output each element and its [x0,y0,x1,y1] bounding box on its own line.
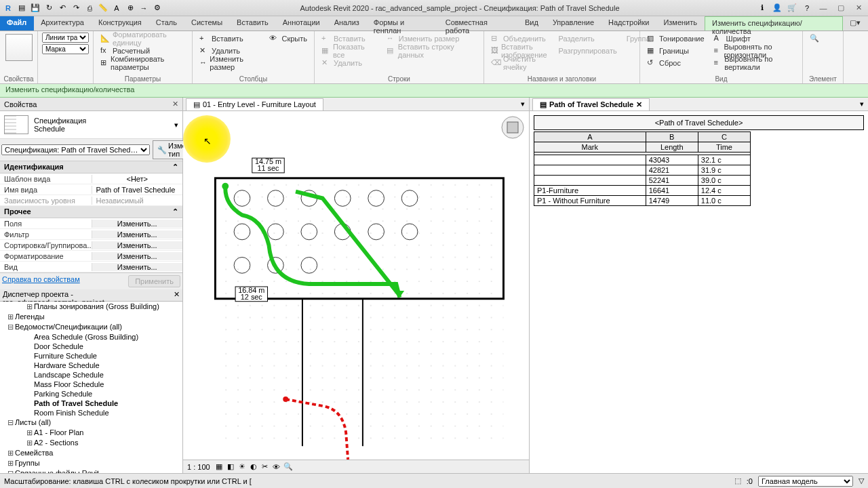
close-button[interactable]: ✕ [852,3,865,14]
properties-close-icon[interactable]: ✕ [172,100,178,108]
browser-close-icon[interactable]: ✕ [174,290,180,300]
tree-item[interactable]: Path of Travel Schedule [0,399,182,408]
schedule-row[interactable]: P1-Furniture1664112.4 c [534,186,751,196]
borders-button[interactable]: ▦Границы [644,45,707,57]
tree-item[interactable]: ⊞Легенды [0,312,182,322]
view-cube[interactable] [499,114,526,141]
maximize-button[interactable]: ▢ [834,3,848,14]
project-browser[interactable]: ⊞Планы зонирования (Gross Building)⊞Леге… [0,302,182,473]
tree-item[interactable]: ⊟Листы (all) [0,418,182,428]
tree-item[interactable]: Room Finish Schedule [0,408,182,418]
tree-item[interactable]: Furniture Schedule [0,351,182,361]
schedule-row[interactable]: P1 - Without Furniture1474911.0 c [534,196,751,206]
tree-item[interactable]: ⊟Ведомости/Спецификации (all) [0,322,182,332]
tree-item[interactable]: ⊞Планы зонирования (Gross Building) [0,302,182,312]
tree-item[interactable]: Landscape Schedule [0,370,182,380]
measure-icon[interactable]: 📏 [98,3,108,14]
undo-icon[interactable]: ↶ [57,3,68,14]
tab-analyze[interactable]: Анализ [328,16,367,30]
detail-level-icon[interactable]: ▦ [214,462,224,472]
view-tab-dropdown-icon[interactable]: ▾ [517,100,529,108]
tree-item[interactable]: Door Schedule [0,342,182,351]
sync-icon[interactable]: ↻ [43,3,54,14]
tree-item[interactable]: ⊟Связанные файлы Revit [0,468,182,473]
properties-help-link[interactable]: Справка по свойствам [2,275,80,287]
section-other[interactable]: Прочее⌃ [0,206,182,218]
lines-dropdown[interactable]: Линии трае… [42,33,89,43]
tree-item[interactable]: Hardware Schedule [0,361,182,370]
combine-params-button[interactable]: ⊞Комбинировать параметры [98,57,188,69]
tab-view[interactable]: Вид [518,16,546,30]
tab-systems[interactable]: Системы [184,16,230,30]
schedule-row[interactable]: 5224139.0 c [534,176,751,186]
schedule-row[interactable]: 4282131.9 c [534,165,751,176]
tab-architecture[interactable]: Архитектура [34,16,92,30]
visual-style-icon[interactable]: ◧ [226,462,235,472]
tree-item[interactable]: ⊞Семейства [0,448,182,458]
hide-icon[interactable]: 👁 [272,462,281,472]
tab-addins[interactable]: Надстройки [601,16,656,30]
schedule-table[interactable]: A B C Mark Length Time 4304332.1 c428213… [534,131,751,206]
user-icon[interactable]: 👤 [772,3,783,14]
col-hide-button[interactable]: 👁Скрыть [267,33,310,45]
schedule-title[interactable]: <Path of Travel Schedule> [534,115,864,130]
workset-dropdown[interactable]: Главная модель [758,476,853,487]
print-icon[interactable]: ⎙ [84,3,95,14]
selection-icon[interactable]: ⬚ [734,476,741,485]
tree-item[interactable]: Area Schedule (Gross Building) [0,332,182,342]
view-scale[interactable]: 1 : 100 [187,463,210,471]
col-resize-button[interactable]: ↔Изменить размер [197,57,261,69]
filter-status-icon[interactable]: ▽ [859,476,864,485]
sched-tab-dropdown-icon[interactable]: ▾ [856,100,868,108]
floor-plan-canvas[interactable]: 14.75 m 11 sec 16.84 m 12 sec [183,111,529,460]
save-icon[interactable]: 💾 [30,3,41,14]
shading-button[interactable]: ▨Тонирование [644,33,707,45]
schedule-tab-close-icon[interactable]: ✕ [636,100,642,109]
help-icon[interactable]: ? [802,3,812,14]
tree-item[interactable]: Parking Schedule [0,389,182,399]
tab-insert[interactable]: Вставить [230,16,276,30]
view-tab-floorplan[interactable]: ▤ 01 - Entry Level - Furniture Layout [186,98,323,110]
tab-modify[interactable]: Изменить [656,16,705,30]
tab-manage[interactable]: Управление [546,16,601,30]
redo-icon[interactable]: ↷ [71,3,81,14]
tree-item[interactable]: ⊞Группы [0,458,182,468]
shadows-icon[interactable]: ◐ [249,462,258,472]
sun-path-icon[interactable]: ☀ [237,462,247,472]
apply-button[interactable]: Применить [128,275,180,287]
more-icon[interactable]: ⊕ [125,3,136,14]
tab-collab[interactable]: Совместная работа [439,16,518,30]
open-icon[interactable]: ▤ [16,3,27,14]
schedule-tab[interactable]: ▤ Path of Travel Schedule ✕ [532,98,650,110]
panel-element-title: Элемент [803,75,843,83]
crop-icon[interactable]: ✂ [260,462,270,472]
reveal-icon[interactable]: 🔍 [283,462,293,472]
reset-button[interactable]: ↺Сброс [644,57,707,69]
file-tab[interactable]: Файл [0,16,34,30]
tab-modify-schedule[interactable]: Изменить спецификацию/количества [705,16,843,30]
col-insert-button[interactable]: +Вставить [197,33,261,45]
tab-massing[interactable]: Формы и генплан [367,16,439,30]
properties-large-icon[interactable] [5,34,33,61]
highlight-model-button[interactable]: 🔍 [810,34,837,61]
tree-item[interactable]: ⊞A1 - Floor Plan [0,428,182,438]
minimize-button[interactable]: — [816,3,830,14]
tab-structure[interactable]: Конструкция [92,16,149,30]
cart-icon[interactable]: 🛒 [787,3,797,14]
settings-icon[interactable]: ⚙ [152,3,163,14]
arrow-icon[interactable]: → [138,3,149,14]
align-v-button[interactable]: ≡Выровнять по вертикали [711,57,798,69]
text-icon[interactable]: A [111,3,122,14]
tab-annotate[interactable]: Аннотации [276,16,328,30]
tab-steel[interactable]: Сталь [149,16,184,30]
tree-item[interactable]: ⊞A2 - Sections [0,438,182,448]
section-identification[interactable]: Идентификация⌃ [0,161,182,174]
type-selector[interactable]: Спецификация Schedule [34,117,169,133]
ribbon-collapse-icon[interactable]: ▢▾ [843,16,868,30]
info-icon[interactable]: ℹ [757,3,768,14]
instance-filter-dropdown[interactable]: Спецификация: Path of Travel Sched… [1,144,150,155]
schedule-row[interactable]: 4304332.1 c [534,155,751,165]
tree-item[interactable]: Mass Floor Schedule [0,380,182,389]
mark-dropdown[interactable]: Марка [42,44,89,54]
type-dropdown-icon[interactable]: ▾ [174,121,178,129]
